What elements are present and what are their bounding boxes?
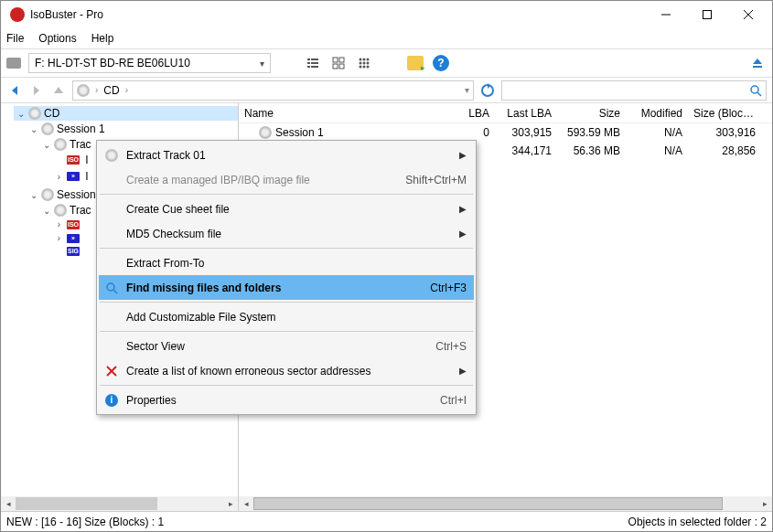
tree-node-cd[interactable]: ⌄ CD <box>14 106 238 121</box>
search-icon <box>749 84 762 97</box>
cm-sector-view[interactable]: Sector View Ctrl+S <box>99 334 474 358</box>
submenu-arrow-icon: ▶ <box>459 150 467 160</box>
col-lba[interactable]: LBA <box>449 107 495 120</box>
row-lastlba: 344,171 <box>495 144 557 157</box>
list-horizontal-scrollbar[interactable]: ◂ ▸ <box>239 496 772 511</box>
cm-create-cue[interactable]: Create Cue sheet file ▶ <box>99 197 474 221</box>
svg-point-14 <box>360 59 362 61</box>
row-name: Session 1 <box>275 126 324 139</box>
svg-line-33 <box>113 290 117 293</box>
menu-options[interactable]: Options <box>38 32 76 45</box>
breadcrumb-root[interactable]: CD <box>103 84 119 97</box>
list-row[interactable]: Session 1 0 303,915 593.59 MB N/A 303,91… <box>239 123 772 142</box>
disc-icon <box>41 188 54 201</box>
svg-point-17 <box>360 62 362 65</box>
scrollbar-thumb[interactable] <box>16 497 157 510</box>
scroll-right-icon[interactable]: ▸ <box>757 496 772 511</box>
view-details-icon[interactable] <box>329 54 348 72</box>
svg-point-20 <box>360 66 362 69</box>
disc-icon <box>104 148 119 163</box>
cm-create-ibp[interactable]: Create a managed IBP/IBQ image file Shif… <box>99 167 474 192</box>
expander-icon[interactable]: ⌄ <box>28 190 38 200</box>
tree-label: Session <box>57 188 96 201</box>
chevron-right-icon: › <box>125 85 128 95</box>
svg-rect-10 <box>333 58 338 62</box>
breadcrumb[interactable]: › CD › ▾ <box>72 80 474 101</box>
disc-icon <box>77 84 90 97</box>
cm-extract-track[interactable]: Extract Track 01 ▶ <box>99 143 474 167</box>
open-folder-button[interactable] <box>406 54 424 72</box>
svg-rect-8 <box>307 66 310 68</box>
row-modified: N/A <box>626 144 688 157</box>
svg-marker-29 <box>488 83 490 89</box>
col-lastlba[interactable]: Last LBA <box>495 107 557 120</box>
maximize-button[interactable] <box>686 2 727 27</box>
cm-extract-fromto[interactable]: Extract From-To <box>99 250 474 275</box>
app-icon <box>10 7 25 22</box>
row-size: 593.59 MB <box>557 126 626 139</box>
scroll-left-icon[interactable]: ◂ <box>239 496 253 511</box>
context-menu: Extract Track 01 ▶ Create a managed IBP/… <box>96 140 477 415</box>
nav-back-button[interactable] <box>6 82 23 99</box>
tree-horizontal-scrollbar[interactable]: ◂ ▸ <box>1 496 238 511</box>
scroll-left-icon[interactable]: ◂ <box>1 496 16 511</box>
row-size: 56.36 MB <box>557 144 626 157</box>
scroll-right-icon[interactable]: ▸ <box>223 496 238 511</box>
eject-button[interactable] <box>748 54 767 72</box>
separator <box>100 302 473 303</box>
tree-label: CD <box>44 107 59 120</box>
row-lba: 0 <box>449 126 495 139</box>
cm-md5[interactable]: MD5 Checksum file ▶ <box>99 221 474 246</box>
col-sizeblocks[interactable]: Size (Blocks) <box>688 107 761 120</box>
svg-point-15 <box>363 59 366 61</box>
svg-point-21 <box>363 66 366 69</box>
disc-icon <box>54 204 67 217</box>
svg-rect-1 <box>703 11 711 19</box>
cm-properties[interactable]: i Properties Ctrl+I <box>99 388 474 412</box>
cm-erroneous-list[interactable]: Create a list of known erroneous sector … <box>99 358 474 383</box>
col-modified[interactable]: Modified <box>626 107 688 120</box>
view-grid-icon[interactable] <box>355 54 373 72</box>
nav-forward-button[interactable] <box>28 82 45 99</box>
col-size[interactable]: Size <box>557 107 626 120</box>
search-input[interactable] <box>501 80 767 101</box>
tree-node-session1[interactable]: ⌄ Session 1 <box>27 122 238 136</box>
svg-line-31 <box>757 92 761 96</box>
titlebar: IsoBuster - Pro <box>1 1 772 28</box>
drive-selector-text: F: HL-DT-ST BD-RE BE06LU10 <box>35 57 260 69</box>
row-sizeblk: 28,856 <box>688 144 761 157</box>
expander-icon[interactable]: ⌄ <box>41 140 51 150</box>
col-name[interactable]: Name <box>239 107 449 120</box>
view-list-icon[interactable] <box>304 54 322 72</box>
cm-add-fs[interactable]: Add Customizable File System <box>99 304 474 329</box>
svg-point-19 <box>367 62 370 65</box>
tree-label: Session 1 <box>57 122 105 135</box>
svg-marker-23 <box>753 59 762 64</box>
close-button[interactable] <box>727 2 768 27</box>
row-modified: N/A <box>626 126 688 139</box>
chevron-down-icon[interactable]: ▾ <box>465 85 469 95</box>
drive-icon <box>6 58 21 69</box>
refresh-button[interactable] <box>479 82 496 99</box>
disc-icon <box>41 122 54 135</box>
expander-icon[interactable]: ⌄ <box>28 124 38 134</box>
window-title: IsoBuster - Pro <box>30 8 645 21</box>
nav-up-button[interactable] <box>50 82 67 99</box>
expander-icon[interactable]: ⌄ <box>16 109 26 119</box>
svg-point-30 <box>751 86 758 93</box>
menu-file[interactable]: File <box>6 32 24 45</box>
expander-icon[interactable]: ⌄ <box>41 206 51 216</box>
minimize-button[interactable] <box>645 2 686 27</box>
disc-icon <box>28 107 41 120</box>
arrow-badge-icon: » <box>67 234 80 243</box>
help-button[interactable]: ? <box>432 54 450 72</box>
scrollbar-thumb[interactable] <box>253 497 723 510</box>
drive-selector[interactable]: F: HL-DT-ST BD-RE BE06LU10 ▾ <box>28 53 271 73</box>
row-sizeblk: 303,916 <box>688 126 761 139</box>
iso-badge-icon: ISO <box>67 220 80 229</box>
svg-point-32 <box>107 283 114 291</box>
menu-help[interactable]: Help <box>91 32 114 45</box>
cm-find-missing[interactable]: Find missing files and folders Ctrl+F3 <box>99 275 474 300</box>
svg-marker-26 <box>34 86 39 95</box>
svg-rect-4 <box>307 59 310 60</box>
